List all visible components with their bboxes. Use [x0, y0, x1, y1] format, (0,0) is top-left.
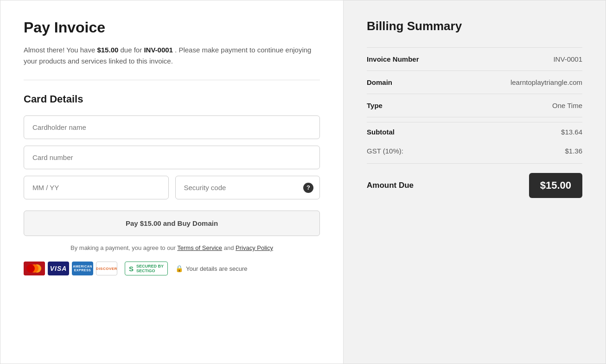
amount-due-label: Amount Due [367, 181, 414, 190]
expiry-security-row: ? [24, 176, 320, 199]
sectigo-s-icon: S [129, 265, 134, 273]
main-container: Pay Invoice Almost there! You have $15.0… [0, 0, 606, 364]
divider [24, 80, 320, 80]
secure-label: Your details are secure [186, 265, 248, 272]
amount-due-row: Amount Due $15.00 [367, 163, 582, 198]
subtitle-amount: $15.00 [97, 46, 118, 54]
card-details-title: Card Details [24, 93, 320, 105]
help-icon[interactable]: ? [303, 183, 313, 193]
sectigo-line2: SECTIGO [136, 268, 164, 273]
cardholder-input[interactable] [24, 115, 320, 139]
card-number-group [24, 146, 320, 169]
terms-before: By making a payment, you agree to our [70, 244, 177, 251]
visa-logo: VISA [48, 262, 69, 275]
gst-value: $1.36 [565, 147, 582, 155]
secure-text: 🔒 Your details are secure [175, 265, 248, 272]
subtotal-label: Subtotal [367, 128, 395, 136]
svg-rect-0 [24, 262, 45, 275]
discover-logo: DISCOVER [96, 262, 117, 275]
terms-of-service-link[interactable]: Terms of Service [177, 244, 222, 251]
page-title: Pay Invoice [24, 19, 320, 36]
subtitle-invoice: INV-0001 [144, 46, 173, 54]
expiry-input[interactable] [24, 176, 169, 199]
sectigo-badge: S SECURED BY SECTIGO [125, 262, 168, 275]
expiry-group [24, 176, 169, 199]
billing-table: Invoice Number INV-0001 Domain learntopl… [367, 47, 582, 198]
svg-point-2 [33, 264, 41, 273]
subtotal-value: $13.64 [561, 128, 582, 136]
domain-label: Domain [367, 78, 392, 86]
amount-due-badge: $15.00 [529, 173, 582, 198]
subtotal-section: Subtotal $13.64 GST (10%): $1.36 [367, 122, 582, 160]
left-panel: Pay Invoice Almost there! You have $15.0… [0, 0, 344, 364]
type-label: Type [367, 102, 383, 109]
svg-point-1 [27, 264, 36, 273]
privacy-policy-link[interactable]: Privacy Policy [236, 244, 273, 251]
terms-between: and [224, 244, 236, 251]
invoice-number-label: Invoice Number [367, 55, 419, 63]
cardholder-group [24, 115, 320, 139]
type-value: One Time [552, 102, 582, 109]
sectigo-line1: SECURED BY [136, 264, 164, 268]
right-panel: Billing Summary Invoice Number INV-0001 … [344, 0, 606, 364]
security-wrapper: ? [175, 176, 320, 199]
mastercard-svg [24, 262, 45, 275]
mastercard-logo [24, 262, 45, 275]
invoice-number-value: INV-0001 [553, 55, 582, 63]
billing-row-type: Type One Time [367, 94, 582, 117]
domain-value: learntoplaytriangle.com [510, 78, 582, 86]
amex-logo: AMERICAN EXPRESS [72, 262, 93, 275]
security-code-input[interactable] [175, 176, 320, 199]
card-logos: VISA AMERICAN EXPRESS DISCOVER [24, 262, 117, 275]
gst-row: GST (10%): $1.36 [367, 141, 582, 160]
footer-row: VISA AMERICAN EXPRESS DISCOVER S SECURED… [24, 262, 320, 275]
card-number-input[interactable] [24, 146, 320, 169]
gst-label: GST (10%): [367, 147, 403, 155]
sectigo-text: SECURED BY SECTIGO [136, 264, 164, 273]
lock-icon: 🔒 [175, 265, 183, 272]
security-group: ? [175, 176, 320, 199]
subtitle-before: Almost there! You have [24, 46, 97, 54]
subtitle: Almost there! You have $15.00 due for IN… [24, 45, 320, 67]
billing-row-invoice: Invoice Number INV-0001 [367, 47, 582, 71]
terms-text: By making a payment, you agree to our Te… [24, 244, 320, 251]
subtitle-middle: due for [121, 46, 144, 54]
billing-row-domain: Domain learntoplaytriangle.com [367, 71, 582, 94]
pay-button[interactable]: Pay $15.00 and Buy Domain [24, 211, 320, 236]
subtotal-row: Subtotal $13.64 [367, 122, 582, 141]
billing-title: Billing Summary [367, 19, 582, 33]
